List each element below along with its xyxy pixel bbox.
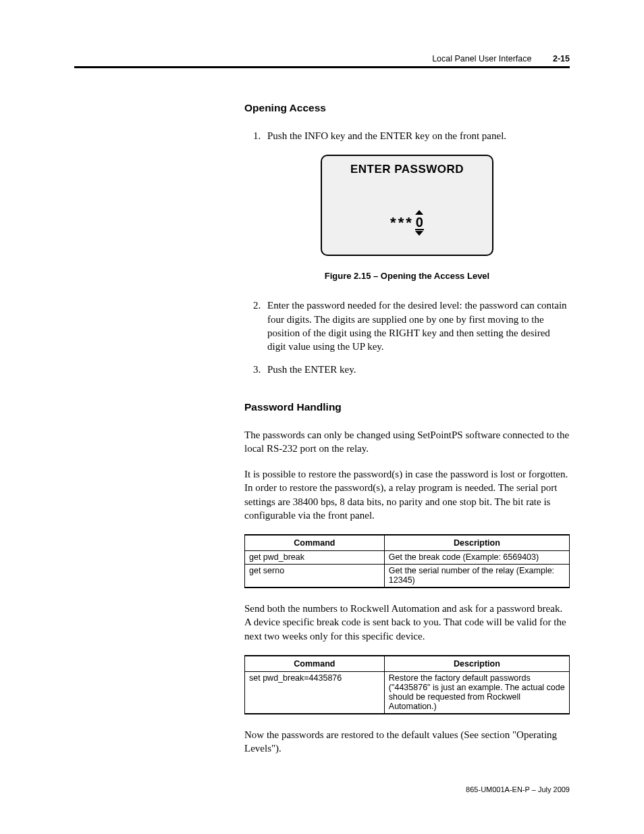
- running-header: Local Panel User Interface 2-15: [74, 54, 570, 68]
- cell-description: Get the serial number of the relay (Exam…: [384, 565, 569, 588]
- arrow-down-icon: [415, 231, 423, 236]
- table-row: set pwd_break=4435876 Restore the factor…: [245, 671, 570, 714]
- header-page-number: 2-15: [553, 54, 570, 63]
- cell-command: get serno: [245, 565, 385, 588]
- paragraph: Now the passwords are restored to the de…: [244, 728, 570, 756]
- table-header-description: Description: [384, 535, 569, 551]
- step-3: Push the ENTER key.: [263, 363, 570, 376]
- section-heading-password-handling: Password Handling: [244, 401, 570, 413]
- step-2: Enter the password needed for the desire…: [263, 298, 570, 353]
- active-digit: 0: [415, 215, 424, 230]
- header-title: Local Panel User Interface: [432, 54, 531, 63]
- cell-description: Get the break code (Example: 6569403): [384, 551, 569, 565]
- paragraph: It is possible to restore the password(s…: [244, 467, 570, 522]
- table-header-command: Command: [245, 656, 385, 672]
- paragraph: Send both the numbers to Rockwell Automa…: [244, 602, 570, 643]
- lcd-panel-figure: ENTER PASSWORD *** 0: [321, 155, 493, 256]
- password-entry-row: *** 0: [322, 210, 492, 236]
- paragraph: The passwords can only be changed using …: [244, 428, 570, 456]
- section-heading-opening-access: Opening Access: [244, 102, 570, 114]
- footer-docid: 865-UM001A-EN-P – July 2009: [466, 785, 570, 793]
- active-digit-selector: 0: [415, 210, 424, 236]
- commands-table-1: Command Description get pwd_break Get th…: [244, 534, 570, 588]
- table-row: get serno Get the serial number of the r…: [245, 565, 570, 588]
- cell-command: get pwd_break: [245, 551, 385, 565]
- table-header-command: Command: [245, 535, 385, 551]
- figure-caption: Figure 2.15 – Opening the Access Level: [325, 271, 489, 281]
- arrow-up-icon: [415, 210, 423, 215]
- masked-digits: ***: [390, 214, 414, 232]
- table-row: get pwd_break Get the break code (Exampl…: [245, 551, 570, 565]
- lcd-title: ENTER PASSWORD: [322, 163, 492, 176]
- cell-description: Restore the factory default passwords ("…: [384, 671, 569, 714]
- commands-table-2: Command Description set pwd_break=443587…: [244, 655, 570, 714]
- cell-command: set pwd_break=4435876: [245, 671, 385, 714]
- step-1: Push the INFO key and the ENTER key on t…: [263, 129, 570, 142]
- table-header-description: Description: [384, 656, 569, 672]
